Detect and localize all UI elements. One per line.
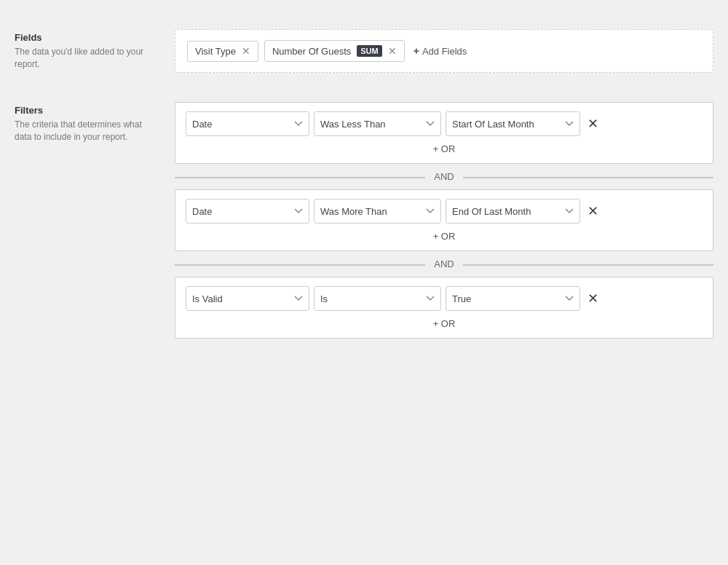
filter-row-1: Date Visit Type Number Of Guests Is Vali… [186,111,703,136]
plus-icon: + [414,45,419,57]
and-divider-2: AND [175,258,713,269]
and-divider-1: AND [175,171,713,182]
filter-1-value-select[interactable]: Start Of Last Month End Of Last Month To… [446,111,580,136]
filter-row-2: Date Visit Type Number Of Guests Is Vali… [186,199,703,224]
filter-group-1-or-row: + OR [186,136,703,154]
field-tag-sum-badge: SUM [357,45,381,57]
filters-section: Filters The criteria that determines wha… [15,87,713,353]
field-tag-visit-type-label: Visit Type [195,46,236,57]
filter-2-value-select[interactable]: Start Of Last Month End Of Last Month To… [446,199,580,224]
filter-2-field-select[interactable]: Date Visit Type Number Of Guests Is Vali… [186,199,309,224]
filter-2-operator-select[interactable]: Was Less Than Was More Than Is Is Not [314,199,441,224]
fields-section: Fields The data you'd like added to your… [15,15,713,87]
filter-row-3: Date Visit Type Number Of Guests Is Vali… [186,286,703,311]
field-tag-number-of-guests-close[interactable]: ✕ [388,46,397,56]
field-tag-visit-type-close[interactable]: ✕ [242,46,250,56]
fields-row: Visit Type ✕ Number Of Guests SUM ✕ + Ad… [187,40,701,62]
filter-group-2: Date Visit Type Number Of Guests Is Vali… [175,189,713,251]
filter-group-1-or-label: + OR [433,143,456,154]
filters-title: Filters [15,105,160,116]
filter-1-delete-button[interactable]: ✕ [585,116,601,132]
filter-1-operator-select[interactable]: Was Less Than Was More Than Is Is Not [314,111,441,136]
filter-3-operator-select[interactable]: Was Less Than Was More Than Is Is Not [314,286,441,311]
filter-group-2-or-label: + OR [433,231,456,242]
fields-title: Fields [15,32,160,43]
field-tag-number-of-guests: Number Of Guests SUM ✕ [264,40,405,62]
and-label-1: AND [425,171,462,182]
fields-description: The data you'd like added to your report… [15,46,160,71]
add-fields-button[interactable]: + Add Fields [411,41,470,61]
field-tag-visit-type: Visit Type ✕ [187,41,258,62]
page-container: Fields The data you'd like added to your… [0,0,728,368]
filter-group-3-or-label: + OR [433,318,456,329]
fields-content: Visit Type ✕ Number Of Guests SUM ✕ + Ad… [175,29,713,73]
fields-section-label: Fields The data you'd like added to your… [15,29,175,73]
add-fields-label: Add Fields [422,46,467,57]
filters-wrapper: Date Visit Type Number Of Guests Is Vali… [175,102,713,339]
filter-group-1-or-button[interactable]: + OR [433,143,456,154]
filter-group-3-or-button[interactable]: + OR [433,318,456,329]
filter-3-delete-button[interactable]: ✕ [585,291,601,307]
filter-group-3-or-row: + OR [186,311,703,329]
field-tag-number-of-guests-label: Number Of Guests [272,46,351,57]
filters-description: The criteria that determines what data t… [15,119,160,143]
filter-group-2-or-row: + OR [186,224,703,242]
filter-3-value-select[interactable]: True False [446,286,580,311]
filter-group-3: Date Visit Type Number Of Guests Is Vali… [175,277,713,339]
filter-group-1: Date Visit Type Number Of Guests Is Vali… [175,102,713,164]
filter-1-field-select[interactable]: Date Visit Type Number Of Guests Is Vali… [186,111,309,136]
and-label-2: AND [425,258,462,269]
filter-2-delete-button[interactable]: ✕ [585,203,601,219]
filter-group-2-or-button[interactable]: + OR [433,231,456,242]
filters-section-label: Filters The criteria that determines wha… [15,102,175,339]
filter-3-field-select[interactable]: Date Visit Type Number Of Guests Is Vali… [186,286,309,311]
